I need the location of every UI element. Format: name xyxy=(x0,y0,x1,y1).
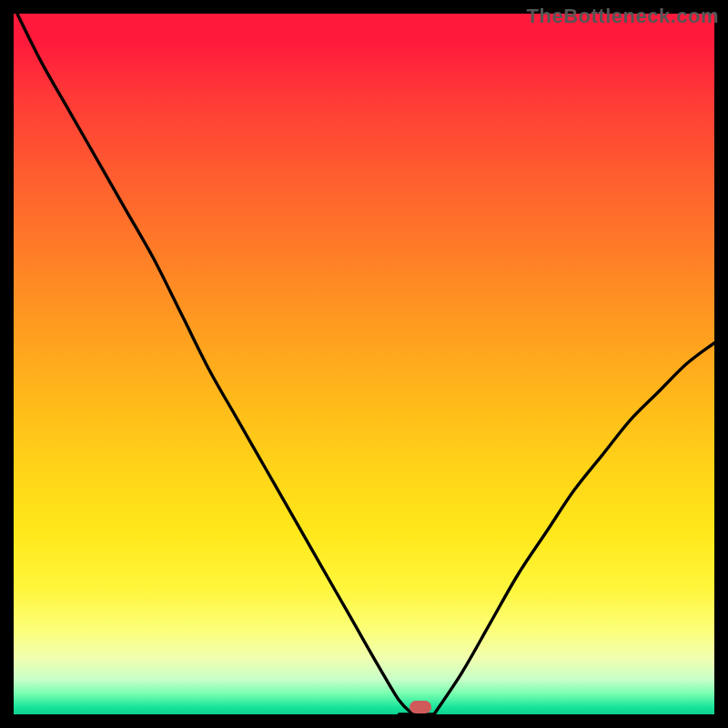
chart-stage: TheBottleneck.com xyxy=(0,0,728,728)
curve-svg xyxy=(14,14,714,714)
curve-right-branch xyxy=(434,343,714,714)
curve-left-branch xyxy=(17,14,413,714)
bottleneck-marker xyxy=(410,701,431,713)
plot-area xyxy=(14,14,714,714)
watermark-text: TheBottleneck.com xyxy=(527,5,719,28)
